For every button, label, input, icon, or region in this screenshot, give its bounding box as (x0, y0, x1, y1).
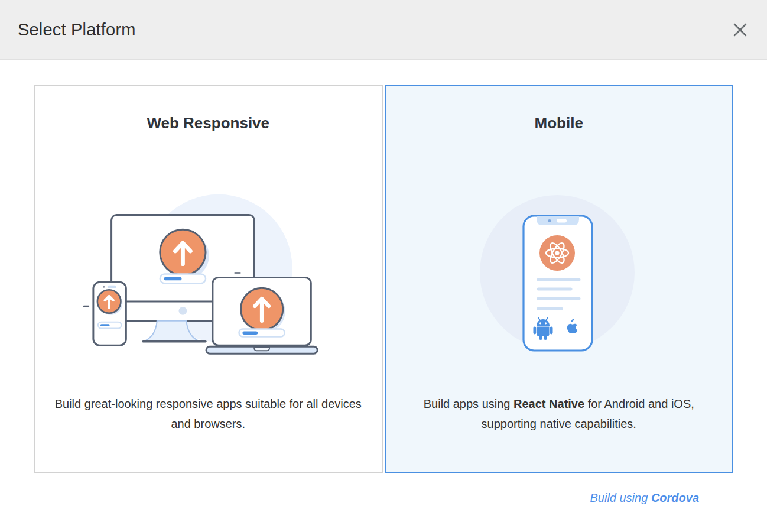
card-title-mobile: Mobile (535, 114, 583, 132)
footer: Build using Cordova (34, 491, 699, 505)
link-prefix: Build using (590, 491, 651, 504)
desc-prefix: Build apps using (424, 397, 514, 410)
mobile-illustration (470, 190, 648, 363)
link-bold: Cordova (651, 491, 699, 504)
card-description-web: Build great-looking responsive apps suit… (54, 394, 362, 434)
platform-card-web-responsive[interactable]: Web Responsive (34, 85, 383, 473)
smartphone-icon (93, 282, 126, 345)
react-logo-icon (540, 235, 575, 271)
platform-options: Web Responsive (34, 85, 733, 473)
desc-bold: React Native (514, 397, 584, 410)
progress-bar (160, 274, 206, 283)
devices-illustration (66, 181, 350, 363)
build-using-cordova-link[interactable]: Build using Cordova (590, 491, 699, 504)
close-button[interactable] (729, 19, 750, 40)
page-title: Select Platform (18, 20, 136, 40)
card-description-mobile: Build apps using React Native for Androi… (410, 394, 708, 434)
laptop-icon (206, 277, 317, 353)
platform-card-mobile[interactable]: Mobile (385, 85, 734, 473)
close-icon (733, 22, 748, 37)
dialog-header: Select Platform (0, 0, 767, 60)
card-title-web: Web Responsive (147, 114, 269, 132)
mobile-phone-illustration (470, 190, 648, 363)
web-illustration (66, 181, 350, 363)
dialog-body: Web Responsive (0, 60, 767, 505)
